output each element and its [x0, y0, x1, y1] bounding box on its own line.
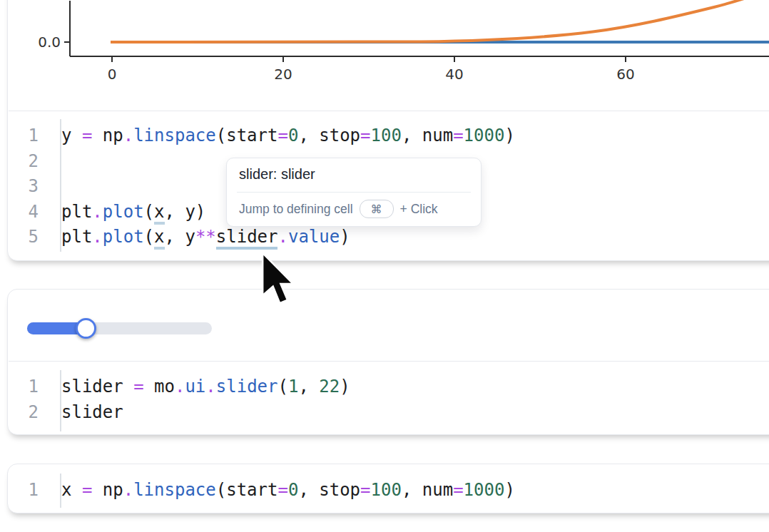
tooltip-action-label: Jump to defining cell: [239, 202, 353, 217]
code-line[interactable]: plt.plot(x, y**slider.value): [61, 225, 515, 250]
line-number: 4: [13, 200, 39, 225]
line-number: 1: [13, 478, 39, 503]
y-tick-label: 0.0: [38, 34, 61, 51]
line-number: 2: [13, 149, 39, 175]
code-token: 1000: [464, 480, 505, 500]
x-tick-label: 0: [108, 66, 117, 83]
line-number: 3: [13, 174, 39, 200]
code-token: , num: [402, 126, 453, 145]
line-numbers: 12345: [13, 123, 39, 250]
code-token: ): [340, 377, 350, 397]
code-token: mo: [144, 377, 175, 397]
slider-track[interactable]: [27, 322, 212, 334]
code-token: linspace: [133, 480, 216, 500]
output-code-divider: [9, 361, 769, 362]
line-number: 2: [13, 400, 39, 426]
marimo-notebook: 0.0 0 20 40 60 12345 y = np.linspace(sta…: [0, 0, 769, 532]
line-number: 5: [13, 225, 39, 250]
code-token: =: [82, 480, 92, 500]
code-token: , stop: [298, 126, 360, 145]
code-lines[interactable]: x = np.linspace(start=0, stop=100, num=1…: [61, 478, 515, 503]
code-token: 0: [288, 480, 298, 500]
code-token: plot: [103, 227, 144, 247]
line-numbers: 12: [13, 374, 39, 425]
code-token: , y: [165, 227, 195, 247]
variable-tooltip: slider: slider Jump to defining cell ⌘ +…: [226, 158, 482, 227]
cell-slider: 12 slider = mo.ui.slider(1, 22)slider: [7, 289, 769, 435]
tooltip-title: slider: slider: [239, 166, 315, 183]
code-token: =: [453, 480, 463, 500]
code-token: =: [360, 126, 370, 145]
code-line[interactable]: slider: [61, 400, 350, 426]
line-number: 1: [13, 374, 39, 400]
code-token: 22: [319, 377, 340, 397]
code-line[interactable]: x = np.linspace(start=0, stop=100, num=1…: [61, 478, 515, 503]
x-tick-label: 60: [616, 66, 634, 83]
hovered-variable-token[interactable]: slider: [216, 227, 278, 250]
code-token: 100: [371, 126, 402, 145]
code-token: =: [277, 126, 287, 145]
code-token: .: [277, 227, 287, 247]
x-ticks: [112, 56, 626, 62]
code-token: 0: [288, 126, 298, 145]
code-token: =: [277, 480, 287, 500]
code-token: slider: [61, 402, 123, 422]
code-line[interactable]: y = np.linspace(start=0, stop=100, num=1…: [61, 123, 515, 149]
output-code-divider: [9, 111, 769, 111]
code-token: **: [195, 227, 216, 247]
code-token: .: [92, 202, 102, 222]
code-token: slider: [216, 377, 278, 397]
code-token: , num: [402, 480, 453, 500]
plot-output: 0.0 0 20 40 60: [8, 1, 769, 110]
code-token: x: [61, 480, 82, 500]
code-token: plot: [103, 202, 144, 222]
code-token: ): [504, 126, 514, 145]
code-token: =: [133, 377, 143, 397]
code-token: ui: [185, 377, 205, 397]
code-token: =: [82, 126, 92, 145]
tooltip-click-label: + Click: [400, 202, 438, 217]
code-token: .: [123, 126, 133, 145]
code-token: =: [453, 126, 463, 145]
code-token: (: [144, 227, 154, 247]
code-token: x: [154, 227, 164, 250]
code-token: (start: [216, 480, 278, 500]
code-token: plt: [61, 227, 92, 247]
code-token: 100: [371, 480, 402, 500]
code-token: (: [144, 202, 154, 222]
code-token: np: [92, 126, 123, 145]
tooltip-divider: [237, 192, 471, 193]
code-token: 1: [288, 377, 298, 397]
plot-series-orange: [111, 0, 769, 42]
code-line[interactable]: slider = mo.ui.slider(1, 22): [61, 374, 350, 400]
x-tick-label: 40: [445, 66, 463, 83]
code-token: , y): [165, 202, 206, 222]
code-token: ): [340, 227, 350, 247]
line-numbers: 1: [13, 478, 39, 503]
code-token: y: [61, 126, 82, 145]
code-token: ,: [298, 377, 319, 397]
code-token: (start: [216, 126, 278, 145]
code-token: 1000: [464, 126, 505, 145]
code-token: .: [175, 377, 185, 397]
slider-handle[interactable]: [76, 318, 96, 339]
code-token: =: [360, 480, 370, 500]
line-number: 1: [13, 123, 39, 149]
code-token: .: [205, 377, 215, 397]
code-token: np: [92, 480, 123, 500]
code-token: ): [504, 480, 514, 500]
code-token: .: [92, 227, 102, 247]
x-tick-label: 20: [274, 66, 292, 83]
code-token: .: [123, 480, 133, 500]
code-token: slider: [61, 377, 133, 397]
code-lines[interactable]: slider = mo.ui.slider(1, 22)slider: [61, 374, 350, 425]
code-token: linspace: [133, 126, 216, 145]
cell-x: 1 x = np.linspace(start=0, stop=100, num…: [7, 464, 769, 513]
code-token: plt: [61, 202, 92, 222]
code-token: , stop: [298, 480, 360, 500]
code-token: (: [277, 377, 287, 397]
code-token: value: [288, 227, 340, 247]
mouse-cursor-icon: [260, 252, 301, 312]
code-token: x: [154, 202, 164, 225]
cmd-key-badge: ⌘: [360, 200, 394, 218]
